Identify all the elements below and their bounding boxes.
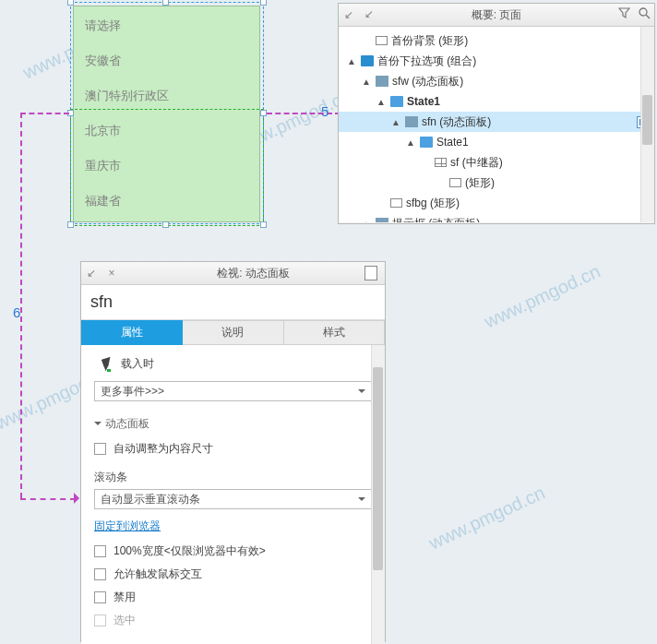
tree-twisty-icon[interactable]: ▲ [361,77,372,87]
expand-icon[interactable]: ↗ [359,8,379,21]
tree-row[interactable]: (矩形) [339,173,654,193]
section-dynamic-panel[interactable]: 动态面板 [94,416,372,432]
resize-handle[interactable] [67,221,74,228]
canvas-element-dropdown[interactable]: 请选择 安徽省 澳门特别行政区 北京市 重庆市 福建省 [73,6,260,222]
width100-checkbox-row[interactable]: 100%宽度<仅限浏览器中有效> [94,540,372,563]
svg-line-1 [646,15,650,18]
checkbox[interactable] [94,568,106,580]
grid-icon [435,158,447,167]
inspector-header: ↙ × 检视: 动态面板 [81,262,385,285]
tree-row[interactable]: ▲sfn (动态面板) [339,112,654,132]
scrollbar[interactable] [371,345,385,644]
scrollbar-dropdown[interactable]: 自动显示垂直滚动条 [94,489,372,509]
resize-handle[interactable] [67,0,74,6]
outline-title: 概要: 页面 [379,7,614,23]
allow-mouse-label: 允许触发鼠标交互 [113,566,202,582]
folder-icon [361,55,374,66]
list-item[interactable]: 北京市 [74,113,259,149]
tree-row[interactable]: 首份背景 (矩形) [339,30,654,51]
scroll-thumb[interactable] [373,367,383,570]
state-icon [390,96,403,107]
tree-row[interactable]: ▲首份下拉选项 (组合) [339,51,654,71]
resize-handle[interactable] [260,221,267,228]
widget-name-input[interactable]: sfn [81,285,385,320]
more-events-dropdown[interactable]: 更多事件>>> [94,381,372,401]
tab-properties[interactable]: 属性 [81,320,183,345]
connector-line [20,113,69,114]
tree-row[interactable]: ▲提示框 (动态面板) [339,213,654,222]
rect-icon [376,36,388,45]
auto-fit-label: 自动调整为内容尺寸 [113,441,213,457]
tree-twisty-icon[interactable]: ▲ [405,137,416,148]
collapse-icon[interactable]: ↙ [81,267,102,280]
annotation-number: 5 [321,103,328,119]
auto-fit-checkbox-row[interactable]: 自动调整为内容尺寸 [94,437,372,460]
checkbox[interactable] [94,591,106,603]
scroll-thumb[interactable] [642,95,652,145]
resize-handle[interactable] [260,110,267,116]
rect-icon [449,178,461,187]
tab-style[interactable]: 样式 [284,320,385,345]
panelic-icon [376,76,388,87]
tree-row[interactable]: ▲State1 [339,132,654,152]
list-item[interactable]: 澳门特别行政区 [74,78,259,113]
scrollbar-value: 自动显示垂直滚动条 [101,492,200,507]
tree-row[interactable]: sf (中继器) [339,152,654,173]
collapse-icon[interactable]: ↙ [339,8,359,21]
state-icon [420,137,433,148]
selected-label: 选中 [113,613,136,628]
disabled-checkbox-row[interactable]: 禁用 [94,586,372,609]
rect-icon [390,198,402,208]
tree-row[interactable]: sfbg (矩形) [339,193,654,213]
checkbox[interactable] [94,545,106,557]
document-icon[interactable] [364,266,377,280]
tree-twisty-icon[interactable]: ▲ [346,56,357,66]
tree-row[interactable]: ▲State1 [339,91,654,112]
checkbox[interactable] [94,614,106,626]
close-icon[interactable]: × [102,267,122,280]
list-item[interactable]: 重庆市 [74,149,259,184]
annotation-number: 6 [13,304,20,320]
search-icon[interactable] [634,7,654,22]
tree-twisty-icon[interactable]: ▲ [361,219,372,223]
inspector-body: 载入时 更多事件>>> 动态面板 自动调整为内容尺寸 滚动条 自动显示垂直滚动条… [81,345,385,644]
list-item[interactable]: 安徽省 [74,43,259,78]
disabled-label: 禁用 [113,590,136,605]
checkbox[interactable] [94,443,106,455]
tree-row-label: sfbg (矩形) [406,196,649,211]
cursor-icon [102,358,113,371]
panelic-icon [376,218,388,222]
inspector-tabs: 属性 说明 样式 [81,320,385,345]
list-item[interactable]: 请选择 [74,8,259,43]
scrollbar-label: 滚动条 [94,470,372,485]
watermark: www.pmgod.cn [481,260,603,332]
tree-twisty-icon[interactable]: ▲ [390,117,401,127]
event-onload-row[interactable]: 载入时 [94,352,372,381]
tree-row-label: 提示框 (动态面板) [392,216,649,223]
inspector-title: 检视: 动态面板 [122,266,385,281]
tree-row-label: (矩形) [465,175,649,191]
allow-mouse-checkbox-row[interactable]: 允许触发鼠标交互 [94,563,372,586]
tree-row-label: sfn (动态面板) [422,114,637,130]
connector-line [20,498,76,500]
tab-notes[interactable]: 说明 [183,320,283,345]
tree-row-label: sfw (动态面板) [392,74,649,89]
tree-row-label: State1 [407,95,649,108]
list-item[interactable]: 福建省 [74,184,259,219]
scrollbar[interactable] [640,27,654,222]
watermark: www.pmgod.cn [425,482,548,554]
selected-checkbox-row[interactable]: 选中 [94,609,372,632]
resize-handle[interactable] [162,0,169,6]
resize-handle[interactable] [260,0,267,6]
svg-point-0 [639,8,647,16]
tree-twisty-icon[interactable]: ▲ [376,97,387,107]
outline-panel: ↙ ↗ 概要: 页面 首份背景 (矩形)▲首份下拉选项 (组合)▲sfw (动态… [338,3,655,224]
resize-handle[interactable] [162,221,169,228]
more-events-label: 更多事件>>> [101,384,164,400]
pin-to-browser-link[interactable]: 固定到浏览器 [94,519,372,534]
outline-header: ↙ ↗ 概要: 页面 [339,4,654,27]
filter-icon[interactable] [614,7,634,22]
inspector-panel: ↙ × 检视: 动态面板 sfn 属性 说明 样式 载入时 更多事件>>> 动态… [80,261,386,642]
tree-row-label: 首份下拉选项 (组合) [377,54,649,69]
tree-row[interactable]: ▲sfw (动态面板) [339,71,654,91]
